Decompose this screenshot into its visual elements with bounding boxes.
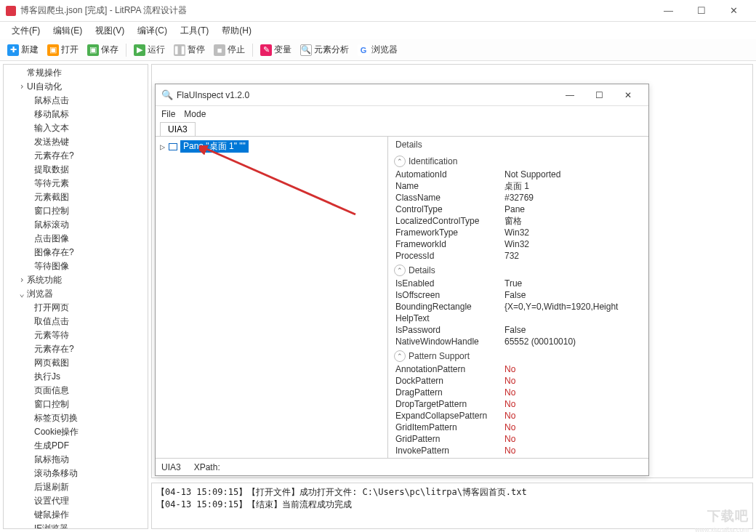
tree-item[interactable]: 元素等待 [5,329,146,342]
menu-edit[interactable]: 编辑(E) [47,23,88,39]
pause-button[interactable]: ❚❚暂停 [171,42,208,57]
inspect-button[interactable]: 🔍元素分析 [297,42,352,57]
vars-button[interactable]: ✎变量 [257,42,294,57]
menu-view[interactable]: 视图(V) [89,23,130,39]
tree-item[interactable]: 窗口控制 [5,204,146,218]
tree-item[interactable]: 等待元素 [5,177,146,190]
tree-item[interactable]: 后退刷新 [5,480,146,494]
tree-item[interactable]: 打开网页 [5,301,146,315]
property-key: IsOffscreen [395,289,504,301]
property-value: Not Supported [504,169,560,180]
run-button[interactable]: ▶运行 [131,42,168,57]
tree-item[interactable]: 提取数据 [5,163,146,177]
details-header: Details [394,138,643,153]
tree-item[interactable]: 鼠标拖动 [5,453,146,467]
flau-tab-uia3[interactable]: UIA3 [160,122,196,136]
flau-titlebar[interactable]: 🔍 FlaUInspect v1.2.0 — ☐ ✕ [156,84,648,106]
tree-item[interactable]: 输入文本 [5,121,146,135]
browser-button[interactable]: G浏览器 [355,42,401,57]
menu-file[interactable]: 文件(F) [6,23,46,39]
tree-item[interactable]: 取值点击 [5,315,146,329]
separator [252,44,253,57]
tree-item[interactable]: 元素存在? [5,149,146,163]
tree-item[interactable]: 发送热键 [5,135,146,149]
chevron-up-icon[interactable]: ⌃ [394,156,406,167]
tree-item[interactable]: 元素截图 [5,190,146,204]
tree-row-root[interactable]: ▷ Pane "桌面 1" "" [158,140,385,153]
property-key: AnnotationPattern [395,363,504,375]
designer-canvas[interactable]: 🔍 FlaUInspect v1.2.0 — ☐ ✕ File Mode UIA… [151,64,753,478]
chevron-up-icon[interactable]: ⌃ [394,350,406,362]
property-row: AutomationIdNot Supported [394,169,643,180]
tree-item[interactable]: ›系统功能 [5,273,146,287]
property-key: ClassName [395,192,504,203]
new-button[interactable]: ✚新建 [4,42,41,57]
watermark-url: www.xiazaiba.com [695,526,749,532]
section-header[interactable]: ⌃Pattern Support [394,350,643,362]
tree-item-label: 取值点击 [34,316,69,326]
tree-item[interactable]: 元素存在? [5,342,146,356]
property-row: DragPatternNo [394,387,643,398]
flau-element-tree[interactable]: ▷ Pane "桌面 1" "" [156,137,388,458]
tree-node-selected[interactable]: Pane "桌面 1" "" [180,140,249,153]
tree-item[interactable]: 移动鼠标 [5,108,146,121]
inspect-label: 元素分析 [314,44,349,56]
tree-item[interactable]: 鼠标滚动 [5,218,146,232]
tree-item[interactable]: 鼠标点击 [5,94,146,108]
minimize-button[interactable]: — [652,1,685,21]
chevron-down-icon[interactable]: ⌄ [18,289,25,299]
save-button[interactable]: ▣保存 [84,42,121,57]
property-key: ExpandCollapsePattern [395,410,504,422]
tree-item[interactable]: ›UI自动化 [5,80,146,94]
tree-item[interactable]: ⌄浏览器 [5,287,146,301]
section-header[interactable]: ⌃Identification [394,156,643,167]
chevron-right-icon[interactable]: › [18,81,25,92]
activity-tree[interactable]: 常规操作›UI自动化鼠标点击移动鼠标输入文本发送热键元素存在?提取数据等待元素元… [3,64,148,529]
flau-menu-file[interactable]: File [161,109,175,119]
tree-item[interactable]: 生成PDF [5,439,146,453]
tree-item[interactable]: 设置代理 [5,494,146,508]
tree-item[interactable]: Cookie操作 [5,425,146,439]
menu-tools[interactable]: 工具(T) [174,23,214,39]
property-key: GridItemPattern [395,422,504,433]
tree-item-label: 等待图像 [34,261,69,271]
tree-item-label: 页面信息 [34,385,69,395]
tree-item[interactable]: 滚动条移动 [5,467,146,480]
flau-minimize-button[interactable]: — [555,86,584,104]
open-button[interactable]: ▣打开 [44,42,81,57]
tree-item[interactable]: 常规操作 [5,66,146,80]
property-key: DockPattern [395,375,504,387]
output-log[interactable]: 【04-13 15:09:15】【打开文件】成功打开文件: C:\Users\p… [151,483,753,529]
flau-details-pane[interactable]: Details ⌃IdentificationAutomationIdNot S… [388,137,648,458]
menu-help[interactable]: 帮助(H) [216,23,257,39]
maximize-button[interactable]: ☐ [685,1,717,21]
section-header[interactable]: ⌃Details [394,265,643,276]
chevron-right-icon[interactable]: ▷ [160,142,167,152]
tree-item[interactable]: 页面信息 [5,384,146,398]
tree-item-label: 打开网页 [34,302,69,313]
stop-button[interactable]: ■停止 [211,42,248,57]
menu-compile[interactable]: 编译(C) [132,23,173,39]
tree-item[interactable]: 窗口控制 [5,398,146,411]
property-row: ProcessId732 [394,250,643,262]
tree-item[interactable]: 点击图像 [5,232,146,246]
close-button[interactable]: ✕ [717,1,750,21]
flau-maximize-button[interactable]: ☐ [584,86,614,104]
property-row: ExpandCollapsePatternNo [394,410,643,422]
tree-item[interactable]: 网页截图 [5,356,146,370]
tree-item-label: 点击图像 [34,233,69,243]
tree-item[interactable]: 标签页切换 [5,411,146,425]
tree-item-label: IE浏览器 [34,523,68,529]
chevron-up-icon[interactable]: ⌃ [394,265,406,276]
flau-close-button[interactable]: ✕ [614,86,643,104]
property-key: HelpText [395,313,504,324]
tree-item[interactable]: IE浏览器 [5,522,146,529]
tree-item[interactable]: 执行Js [5,370,146,384]
chevron-right-icon[interactable]: › [18,275,25,285]
tree-item[interactable]: 键鼠操作 [5,508,146,522]
tree-item[interactable]: 图像存在? [5,246,146,259]
property-value: False [504,289,526,301]
flau-menu-mode[interactable]: Mode [184,109,206,119]
tree-item[interactable]: 等待图像 [5,259,146,273]
annotation-arrow [199,145,374,233]
